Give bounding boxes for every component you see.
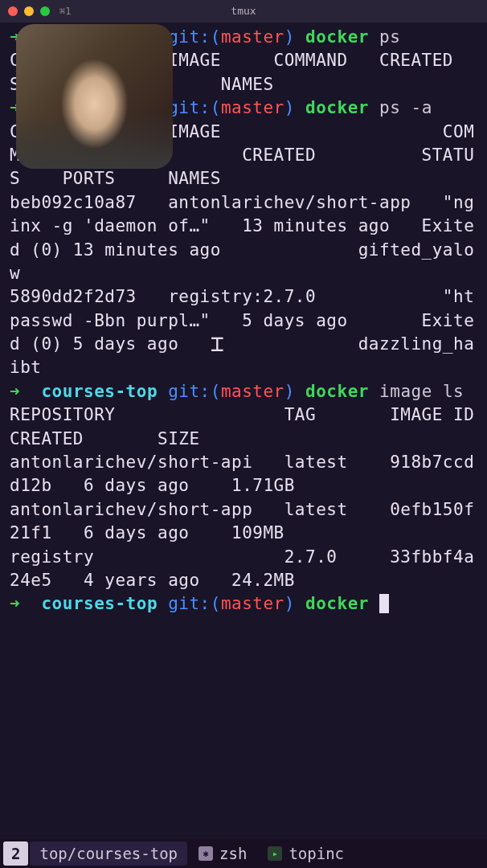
git-label: git:( (168, 594, 221, 613)
command-args: ps -a (379, 98, 432, 117)
close-window-button[interactable] (8, 6, 18, 16)
command-name: docker (305, 382, 369, 401)
git-branch: master (221, 98, 284, 117)
git-label: git:( (168, 27, 221, 47)
output-line: antonlarichev/short-api latest 918b7ccdd… (10, 451, 477, 498)
window-index[interactable]: 2 (3, 841, 28, 866)
output-line: 5890dd2f2d73 registry:2.7.0 "htpasswd -B… (10, 285, 477, 380)
terminal-icon: ▸ (268, 846, 282, 861)
titlebar: ⌘1 tmux (0, 0, 487, 23)
status-path-label: top/courses-top (39, 843, 178, 865)
maximize-window-button[interactable] (40, 6, 50, 16)
webcam-overlay (16, 24, 173, 169)
output-line: antonlarichev/short-app latest 0efb150f2… (10, 498, 477, 546)
status-process-label: topinc (289, 843, 344, 865)
command-args: image ls (379, 382, 464, 401)
traffic-lights (8, 6, 50, 16)
input-cursor (379, 594, 389, 613)
window-title: tmux (231, 4, 256, 18)
status-segment-shell[interactable]: ✱ zsh (189, 841, 256, 866)
status-segment-process[interactable]: ▸ topinc (258, 841, 354, 866)
minimize-window-button[interactable] (24, 6, 34, 16)
git-label: git:( (168, 382, 221, 401)
prompt-arrow-icon: ➜ (10, 594, 20, 613)
tmux-statusbar: 2 top/courses-top ✱ zsh ▸ topinc (0, 839, 487, 868)
command-name: docker (305, 27, 369, 47)
output-line: registry 2.7.0 33fbbf4a24e5 4 years ago … (10, 546, 477, 593)
command-name: docker (305, 594, 369, 613)
prompt-cwd: courses-top (41, 594, 158, 613)
command-name: docker (305, 98, 369, 117)
prompt-arrow-icon: ➜ (10, 382, 20, 401)
prompt-line: ➜ courses-top git:(master) docker image … (10, 380, 477, 403)
tab-indicator: ⌘1 (59, 5, 71, 18)
output-line: REPOSITORY TAG IMAGE ID CREATED SIZE (10, 403, 477, 451)
prompt-line: ➜ courses-top git:(master) docker (10, 592, 477, 616)
command-args: ps (379, 27, 400, 47)
git-branch: master (221, 382, 284, 401)
prompt-cwd: courses-top (41, 382, 158, 401)
person-icon: ✱ (198, 846, 213, 861)
status-shell-label: zsh (219, 843, 247, 865)
git-branch: master (221, 27, 284, 47)
output-line: beb092c10a87 antonlarichev/short-app "ng… (10, 191, 477, 286)
git-branch: master (221, 594, 284, 613)
git-label: git:( (168, 98, 221, 117)
status-segment-path[interactable]: top/courses-top (30, 841, 187, 866)
